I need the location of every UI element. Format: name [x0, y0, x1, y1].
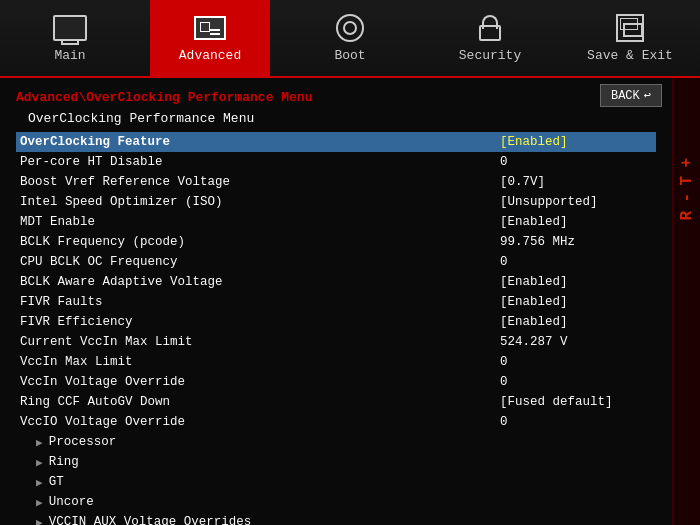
submenu-item-vccin-aux[interactable]: ▶ VCCIN AUX Voltage Overrides	[16, 512, 656, 525]
menu-row-per-core-ht[interactable]: Per-core HT Disable 0	[16, 152, 656, 172]
menu-label-overclocking-feature: OverClocking Feature	[20, 135, 492, 149]
menu-label-ring-ccf: Ring CCF AutoGV Down	[20, 395, 492, 409]
submenu-item-uncore[interactable]: ▶ Uncore	[16, 492, 656, 512]
menu-value-intel-speed: [Unsupported]	[492, 195, 652, 209]
menu-value-boost-vref: [0.7V]	[492, 175, 652, 189]
nav-label-security: Security	[459, 48, 521, 63]
menu-row-vccin-max[interactable]: Current VccIn Max Limit 524.287 V	[16, 332, 656, 352]
menu-row-fivr-efficiency[interactable]: FIVR Efficiency [Enabled]	[16, 312, 656, 332]
menu-value-vccin-voltage: 0	[492, 375, 652, 389]
nav-item-main[interactable]: Main	[10, 0, 130, 77]
menu-table: OverClocking Feature [Enabled] Per-core …	[0, 132, 672, 525]
menu-label-vccin-max: Current VccIn Max Limit	[20, 335, 492, 349]
menu-label-vccin-max-limit: VccIn Max Limit	[20, 355, 492, 369]
nav-label-boot: Boot	[334, 48, 365, 63]
menu-value-fivr-efficiency: [Enabled]	[492, 315, 652, 329]
menu-row-vccin-voltage[interactable]: VccIn Voltage Override 0	[16, 372, 656, 392]
submenu-item-processor[interactable]: ▶ Processor	[16, 432, 656, 452]
menu-value-bclk-aware: [Enabled]	[492, 275, 652, 289]
menu-label-intel-speed: Intel Speed Optimizer (ISO)	[20, 195, 492, 209]
nav-item-advanced[interactable]: Advanced	[150, 0, 270, 77]
menu-row-ring-ccf[interactable]: Ring CCF AutoGV Down [Fused default]	[16, 392, 656, 412]
menu-label-per-core-ht: Per-core HT Disable	[20, 155, 492, 169]
menu-label-cpu-bclk: CPU BCLK OC Frequency	[20, 255, 492, 269]
submenu-arrow-gt: ▶	[36, 476, 43, 489]
submenu-label-ring: Ring	[49, 455, 79, 469]
main-content: BACK ↩ Advanced\OverClocking Performance…	[0, 78, 672, 525]
nav-label-advanced: Advanced	[179, 48, 241, 63]
submenu-label-vccin-aux: VCCIN AUX Voltage Overrides	[49, 515, 252, 525]
menu-value-vccin-max-limit: 0	[492, 355, 652, 369]
menu-row-vccin-max-limit[interactable]: VccIn Max Limit 0	[16, 352, 656, 372]
menu-row-cpu-bclk[interactable]: CPU BCLK OC Frequency 0	[16, 252, 656, 272]
menu-label-vccin-voltage: VccIn Voltage Override	[20, 375, 492, 389]
menu-value-ring-ccf: [Fused default]	[492, 395, 652, 409]
submenu-label-gt: GT	[49, 475, 64, 489]
main-icon	[52, 14, 88, 42]
submenu-label-processor: Processor	[49, 435, 117, 449]
menu-row-intel-speed[interactable]: Intel Speed Optimizer (ISO) [Unsupported…	[16, 192, 656, 212]
menu-value-bclk-freq: 99.756 MHz	[492, 235, 652, 249]
right-sidebar: + T - R	[672, 78, 700, 525]
menu-value-fivr-faults: [Enabled]	[492, 295, 652, 309]
back-label: BACK	[611, 89, 640, 103]
back-arrow-icon: ↩	[644, 88, 651, 103]
menu-row-overclocking-feature[interactable]: OverClocking Feature [Enabled]	[16, 132, 656, 152]
menu-value-overclocking-feature: [Enabled]	[492, 135, 652, 149]
menu-value-per-core-ht: 0	[492, 155, 652, 169]
sidebar-btn-r[interactable]: R	[678, 211, 696, 221]
nav-label-main: Main	[54, 48, 85, 63]
submenu-arrow-processor: ▶	[36, 436, 43, 449]
boot-icon	[332, 14, 368, 42]
menu-label-fivr-efficiency: FIVR Efficiency	[20, 315, 492, 329]
content-area: BACK ↩ Advanced\OverClocking Performance…	[0, 78, 700, 525]
nav-item-save-exit[interactable]: Save & Exit	[570, 0, 690, 77]
menu-row-bclk-aware[interactable]: BCLK Aware Adaptive Voltage [Enabled]	[16, 272, 656, 292]
sidebar-btn-t[interactable]: T	[678, 176, 696, 186]
security-icon	[472, 14, 508, 42]
nav-label-save-exit: Save & Exit	[587, 48, 673, 63]
menu-label-boost-vref: Boost Vref Reference Voltage	[20, 175, 492, 189]
sidebar-btn-minus[interactable]: -	[678, 193, 696, 203]
submenu-item-gt[interactable]: ▶ GT	[16, 472, 656, 492]
save-exit-icon	[612, 14, 648, 42]
top-navigation: Main Advanced Boot Security Save & Exit	[0, 0, 700, 78]
menu-label-vccio-voltage: VccIO Voltage Override	[20, 415, 492, 429]
menu-value-vccio-voltage: 0	[492, 415, 652, 429]
menu-value-mdt: [Enabled]	[492, 215, 652, 229]
page-title: OverClocking Performance Menu	[0, 107, 672, 132]
menu-label-bclk-aware: BCLK Aware Adaptive Voltage	[20, 275, 492, 289]
nav-item-boot[interactable]: Boot	[290, 0, 410, 77]
back-button[interactable]: BACK ↩	[600, 84, 662, 107]
menu-row-vccio-voltage[interactable]: VccIO Voltage Override 0	[16, 412, 656, 432]
submenu-arrow-vccin-aux: ▶	[36, 516, 43, 526]
submenu-label-uncore: Uncore	[49, 495, 94, 509]
advanced-icon	[192, 14, 228, 42]
submenu-item-ring[interactable]: ▶ Ring	[16, 452, 656, 472]
submenu-arrow-ring: ▶	[36, 456, 43, 469]
sidebar-btn-plus[interactable]: +	[678, 158, 696, 168]
menu-value-vccin-max: 524.287 V	[492, 335, 652, 349]
menu-label-bclk-freq: BCLK Frequency (pcode)	[20, 235, 492, 249]
menu-row-mdt[interactable]: MDT Enable [Enabled]	[16, 212, 656, 232]
menu-row-boost-vref[interactable]: Boost Vref Reference Voltage [0.7V]	[16, 172, 656, 192]
submenu-arrow-uncore: ▶	[36, 496, 43, 509]
menu-row-fivr-faults[interactable]: FIVR Faults [Enabled]	[16, 292, 656, 312]
nav-item-security[interactable]: Security	[430, 0, 550, 77]
breadcrumb: Advanced\OverClocking Performance Menu	[0, 86, 672, 107]
menu-value-cpu-bclk: 0	[492, 255, 652, 269]
menu-label-mdt: MDT Enable	[20, 215, 492, 229]
menu-label-fivr-faults: FIVR Faults	[20, 295, 492, 309]
menu-row-bclk-freq[interactable]: BCLK Frequency (pcode) 99.756 MHz	[16, 232, 656, 252]
